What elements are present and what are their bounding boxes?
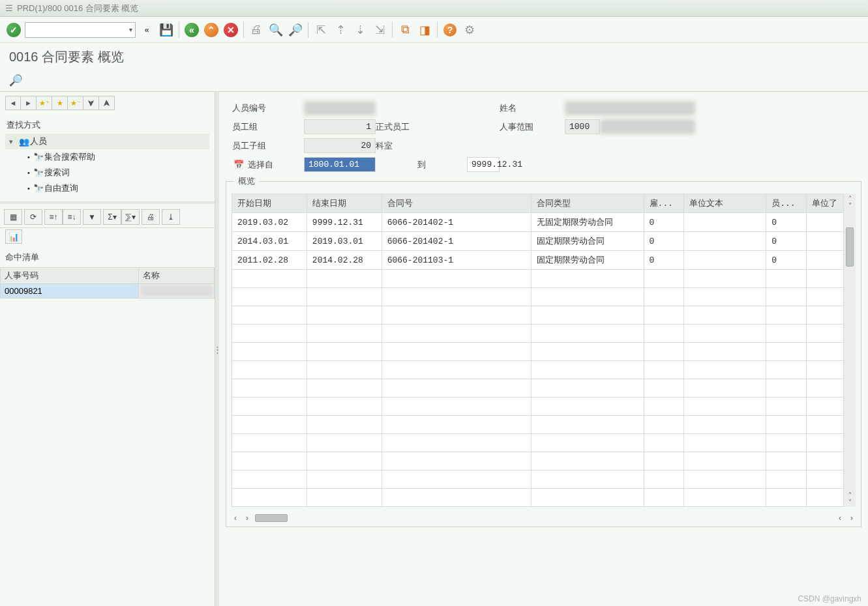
label-to: 到 [376, 159, 467, 171]
refresh-icon[interactable]: ⟳ [24, 209, 42, 225]
scroll-up2-icon[interactable]: ˄ [848, 491, 852, 498]
sort-desc-icon[interactable]: ≡↓ [63, 209, 81, 225]
table-row-empty[interactable] [232, 288, 844, 306]
window-title-bar: ☰ PRD(1)/800 0016 合同要素 概览 [0, 0, 868, 17]
field-empgroup-text: 正式员工 [376, 121, 467, 133]
hit-col-name[interactable]: 名称 [138, 268, 214, 284]
new-session-icon[interactable]: ⧉ [397, 22, 413, 38]
binoculars-icon: 🔭 [33, 168, 44, 178]
last-page-icon[interactable]: ⇲ [371, 22, 388, 38]
hitlist-label: 命中清单 [0, 248, 215, 267]
ov-col-0[interactable]: 开始日期 [232, 194, 307, 213]
fav-icon[interactable]: ★ [52, 96, 68, 110]
vertical-scrollbar[interactable]: ˄ ˅ ˄ ˅ [844, 194, 856, 507]
table-row-empty[interactable] [232, 489, 844, 507]
hscroll-left2-icon[interactable]: ‹ [836, 513, 844, 523]
scroll-down-icon[interactable]: ˅ [848, 498, 852, 506]
hitlist-settings-icon[interactable]: 📊 [5, 229, 22, 244]
cancel-button[interactable]: ✕ [222, 22, 239, 38]
table-row-empty[interactable] [232, 270, 844, 288]
details-icon[interactable]: ▦ [4, 209, 22, 225]
field-to[interactable]: 9999.12.31 [467, 157, 500, 172]
horizontal-scrollbar[interactable]: ‹ › ‹ › [226, 512, 861, 527]
table-row-empty[interactable] [232, 325, 844, 343]
print2-icon[interactable]: 🖨 [142, 209, 160, 225]
hscroll-right2-icon[interactable]: › [848, 513, 856, 523]
hscroll-left-icon[interactable]: ‹ [232, 513, 239, 523]
field-pernr[interactable] [304, 101, 376, 115]
tree-root-person[interactable]: ▾ 👥 人员 [5, 134, 209, 149]
field-pa-code: 1000 [565, 119, 600, 134]
calendar-icon[interactable]: 📅 [232, 160, 245, 169]
nav-toolbar: ◄ ► ★⁺ ★ ★⁻ ⮟ ⮝ [0, 92, 215, 114]
ov-col-2[interactable]: 合同号 [382, 194, 531, 213]
filter-icon[interactable]: ▼ [83, 209, 101, 225]
back-button[interactable]: « [183, 22, 200, 38]
table-row-empty[interactable] [232, 361, 844, 379]
hscroll-thumb[interactable] [255, 514, 288, 522]
ov-col-3[interactable]: 合同类型 [531, 194, 644, 213]
find-next-icon[interactable]: 🔎 [287, 22, 304, 38]
save-icon[interactable]: 💾 [158, 22, 175, 38]
back-page-icon[interactable]: « [138, 22, 155, 38]
main-toolbar: ✓ « 💾 « ⌃ ✕ 🖨 🔍 🔎 ⇱ ⇡ ⇣ ⇲ ⧉ ◨ ? ⚙ [0, 17, 868, 43]
hscroll-right-icon[interactable]: › [243, 513, 251, 523]
table-row[interactable]: 2011.02.282014.02.286066-201103-1固定期限劳动合… [232, 251, 844, 270]
help-icon[interactable]: ? [441, 22, 458, 38]
command-field[interactable] [25, 22, 136, 38]
hitlist-row[interactable]: 00009821 [1, 284, 215, 298]
table-row-empty[interactable] [232, 434, 844, 452]
ov-col-1[interactable]: 结束日期 [307, 194, 382, 213]
hitlist-table: 人事号码名称 00009821 [0, 267, 215, 298]
binoculars-icon: 🔭 [33, 152, 44, 162]
binoculars-icon: 🔭 [33, 184, 44, 194]
table-row-empty[interactable] [232, 343, 844, 361]
scroll-up-icon[interactable]: ˄ [848, 195, 852, 202]
table-row-empty[interactable] [232, 470, 844, 489]
nav-prev-icon[interactable]: ◄ [5, 96, 21, 110]
prev-page-icon[interactable]: ⇡ [332, 22, 349, 38]
enter-button[interactable]: ✓ [5, 22, 22, 38]
collapse-all-icon[interactable]: ⮝ [99, 96, 115, 110]
export-icon[interactable]: ⤓ [162, 209, 180, 225]
hit-col-pernr[interactable]: 人事号码 [1, 268, 139, 284]
print-icon[interactable]: 🖨 [248, 22, 265, 38]
expand-all-icon[interactable]: ⮟ [83, 96, 99, 110]
main-split: ◄ ► ★⁺ ★ ★⁻ ⮟ ⮝ 查找方式 ▾ 👥 人员 •🔭集合搜索帮助 •🔭搜… [0, 92, 868, 606]
subtotal-icon[interactable]: ⅀▾ [121, 209, 140, 225]
object-services-icon[interactable]: 🔍 [9, 74, 23, 87]
sum-icon[interactable]: Σ▾ [103, 209, 121, 225]
layout-icon[interactable]: ◨ [416, 22, 433, 38]
field-select-from[interactable]: 1800.01.01 [304, 157, 376, 172]
table-row-empty[interactable] [232, 452, 844, 470]
ov-col-4[interactable]: 雇... [644, 194, 683, 213]
scroll-thumb[interactable] [846, 227, 854, 267]
panel-divider[interactable] [0, 201, 215, 204]
table-row[interactable]: 2019.03.029999.12.316066-201402-1无固定期限劳动… [232, 213, 844, 232]
next-page-icon[interactable]: ⇣ [352, 22, 368, 38]
ov-col-5[interactable]: 单位文本 [683, 194, 766, 213]
ov-col-6[interactable]: 员... [766, 194, 806, 213]
table-row[interactable]: 2014.03.012019.03.016066-201402-1固定期限劳动合… [232, 232, 844, 251]
tree-item-search-term[interactable]: •🔭搜索词 [5, 165, 209, 180]
nav-next-icon[interactable]: ► [21, 96, 37, 110]
table-row-empty[interactable] [232, 397, 844, 416]
tree-header: 查找方式 [5, 117, 209, 134]
table-row-empty[interactable] [232, 416, 844, 434]
tree-item-collective-search[interactable]: •🔭集合搜索帮助 [5, 149, 209, 165]
sort-asc-icon[interactable]: ≡↑ [44, 209, 63, 225]
table-row-empty[interactable] [232, 379, 844, 397]
exit-button[interactable]: ⌃ [203, 22, 220, 38]
tree-item-free-search[interactable]: •🔭自由查询 [5, 180, 209, 196]
ov-col-7[interactable]: 单位了 [806, 194, 843, 213]
settings-icon[interactable]: ⚙ [461, 22, 478, 38]
find-icon[interactable]: 🔍 [267, 22, 284, 38]
fav-del-icon[interactable]: ★⁻ [68, 96, 83, 110]
secondary-toolbar: 🔍 [0, 71, 868, 92]
app-menu-icon[interactable]: ☰ [5, 3, 13, 13]
scroll-down-mini-icon[interactable]: ˅ [848, 202, 852, 209]
first-page-icon[interactable]: ⇱ [312, 22, 329, 38]
window-title: PRD(1)/800 0016 合同要素 概览 [17, 3, 138, 14]
fav-add-icon[interactable]: ★⁺ [37, 96, 52, 110]
table-row-empty[interactable] [232, 306, 844, 325]
